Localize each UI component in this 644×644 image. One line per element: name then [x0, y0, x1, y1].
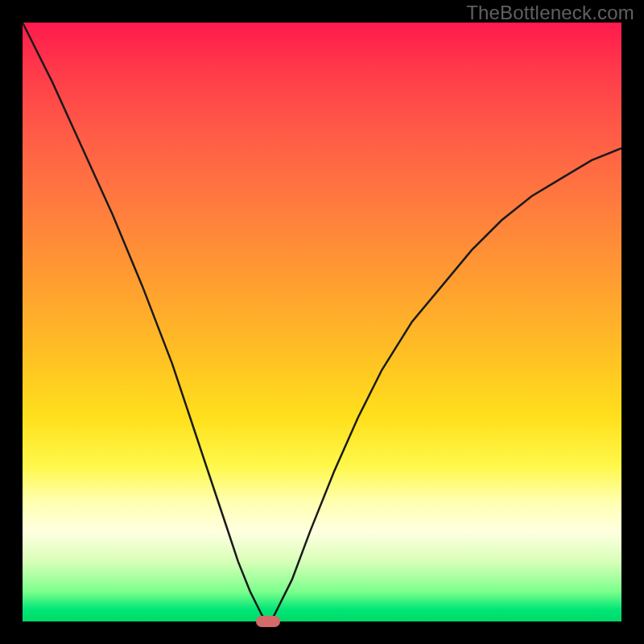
bottleneck-curve-svg [23, 23, 621, 621]
bottleneck-curve-path [23, 23, 621, 621]
watermark-text: TheBottleneck.com [466, 2, 634, 24]
minimum-marker [256, 616, 280, 627]
chart-frame: TheBottleneck.com [0, 0, 644, 644]
